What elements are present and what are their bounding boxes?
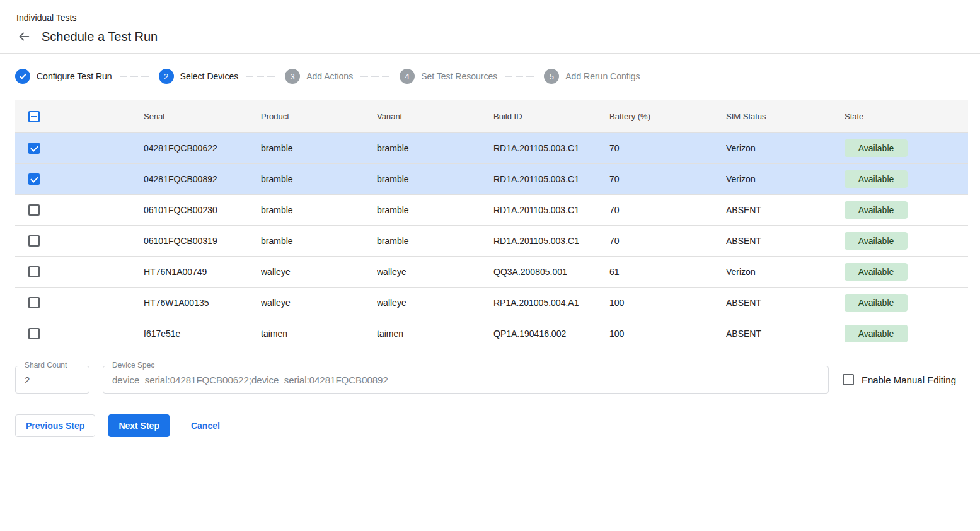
- state-badge: Available: [845, 263, 908, 281]
- state-badge: Available: [845, 294, 908, 312]
- row-checkbox[interactable]: [28, 297, 40, 308]
- cell-battery: 70: [609, 174, 726, 184]
- table-row: f617e51etaimentaimenQP1A.190416.002100AB…: [15, 318, 968, 349]
- cell-variant: bramble: [377, 174, 493, 184]
- step-connector: [360, 76, 392, 77]
- row-checkbox[interactable]: [28, 204, 40, 216]
- cell-build-id: RD1A.201105.003.C1: [493, 174, 609, 184]
- step-4-circle: 4: [400, 69, 415, 84]
- cell-serial: f617e51e: [144, 329, 261, 339]
- table-header-row: Serial Product Variant Build ID Battery …: [15, 100, 968, 133]
- device-spec-field: Device Spec: [103, 366, 829, 394]
- cell-product: walleye: [261, 298, 377, 308]
- breadcrumb: Individual Tests: [16, 13, 965, 23]
- step-connector: [505, 76, 536, 77]
- cell-state: Available: [845, 139, 968, 157]
- cell-product: taimen: [261, 329, 377, 339]
- cell-variant: walleye: [377, 298, 493, 308]
- cell-sim-status: Verizon: [726, 267, 845, 277]
- step-5-circle: 5: [544, 69, 559, 84]
- row-checkbox-cell: [15, 328, 144, 339]
- step-connector: [120, 76, 151, 77]
- row-checkbox[interactable]: [28, 235, 40, 247]
- check-icon: [20, 72, 26, 79]
- cell-state: Available: [845, 263, 968, 281]
- table-row: 04281FQCB00622bramblebrambleRD1A.201105.…: [15, 133, 968, 164]
- cell-serial: 06101FQCB00230: [144, 205, 261, 215]
- next-step-button[interactable]: Next Step: [108, 414, 170, 437]
- step-label: Set Test Resources: [421, 71, 497, 81]
- page: Individual Tests Schedule a Test Run 1 C…: [0, 0, 980, 531]
- column-header-battery: Battery (%): [609, 112, 726, 121]
- step-label: Add Rerun Configs: [565, 71, 640, 81]
- step-number: 3: [291, 72, 295, 81]
- form-row: Shard Count Device Spec Enable Manual Ed…: [15, 366, 965, 394]
- title-row: Schedule a Test Run: [15, 29, 965, 44]
- stepper: 1 Configure Test Run 2 Select Devices 3 …: [0, 69, 980, 84]
- step-3-circle: 3: [285, 69, 300, 84]
- step-set-test-resources[interactable]: 4 Set Test Resources: [400, 69, 497, 84]
- column-header-variant: Variant: [377, 112, 493, 121]
- table-row: 06101FQCB00230bramblebrambleRD1A.201105.…: [15, 195, 968, 226]
- device-spec-input[interactable]: [103, 366, 829, 394]
- enable-manual-editing-checkbox[interactable]: [843, 374, 854, 385]
- enable-manual-editing-label: Enable Manual Editing: [862, 375, 956, 385]
- cancel-button[interactable]: Cancel: [178, 414, 233, 437]
- select-all-checkbox[interactable]: [28, 111, 40, 122]
- column-header-build-id: Build ID: [493, 112, 609, 121]
- row-checkbox[interactable]: [28, 266, 40, 277]
- cell-state: Available: [845, 294, 968, 312]
- row-checkbox-cell: [15, 143, 144, 154]
- shard-count-input[interactable]: [15, 366, 89, 394]
- enable-manual-editing-toggle[interactable]: Enable Manual Editing: [843, 374, 965, 385]
- back-arrow-icon[interactable]: [16, 29, 32, 44]
- table-row: 04281FQCB00892bramblebrambleRD1A.201105.…: [15, 164, 968, 195]
- step-number: 4: [405, 72, 410, 81]
- state-badge: Available: [845, 325, 908, 342]
- step-select-devices[interactable]: 2 Select Devices: [159, 69, 239, 84]
- cell-serial: 04281FQCB00892: [144, 174, 261, 184]
- table-row: HT76N1A00749walleyewalleyeQQ3A.200805.00…: [15, 257, 968, 288]
- step-2-circle: 2: [159, 69, 174, 84]
- row-checkbox-cell: [15, 173, 144, 185]
- row-checkbox[interactable]: [28, 328, 40, 339]
- cell-battery: 100: [609, 298, 726, 308]
- column-header-serial: Serial: [144, 112, 261, 121]
- cell-product: bramble: [261, 236, 377, 246]
- device-spec-label: Device Spec: [109, 361, 158, 370]
- cell-sim-status: ABSENT: [726, 236, 845, 246]
- state-badge: Available: [845, 232, 908, 250]
- cell-battery: 61: [609, 267, 726, 277]
- previous-step-button[interactable]: Previous Step: [15, 414, 95, 437]
- shard-count-field: Shard Count: [15, 366, 89, 394]
- step-configure-test-run[interactable]: 1 Configure Test Run: [15, 69, 112, 84]
- row-checkbox[interactable]: [28, 173, 40, 185]
- cell-serial: 04281FQCB00622: [144, 143, 261, 153]
- cell-product: walleye: [261, 267, 377, 277]
- row-checkbox-cell: [15, 235, 144, 247]
- table-row: HT76W1A00135walleyewalleyeRP1A.201005.00…: [15, 288, 968, 318]
- state-badge: Available: [845, 201, 908, 219]
- step-label: Select Devices: [180, 71, 239, 81]
- step-label: Add Actions: [306, 71, 353, 81]
- step-add-actions[interactable]: 3 Add Actions: [285, 69, 353, 84]
- step-number: 2: [164, 72, 168, 81]
- step-label: Configure Test Run: [37, 71, 112, 81]
- cell-battery: 70: [609, 205, 726, 215]
- column-header-sim-status: SIM Status: [726, 112, 845, 121]
- action-buttons: Previous Step Next Step Cancel: [15, 414, 965, 437]
- cell-build-id: QP1A.190416.002: [493, 329, 609, 339]
- device-table-body: 04281FQCB00622bramblebrambleRD1A.201105.…: [15, 133, 968, 349]
- row-checkbox-cell: [15, 266, 144, 277]
- cell-product: bramble: [261, 143, 377, 153]
- cell-battery: 70: [609, 143, 726, 153]
- row-checkbox[interactable]: [28, 143, 40, 154]
- cell-build-id: QQ3A.200805.001: [493, 267, 609, 277]
- cell-serial: HT76W1A00135: [144, 298, 261, 308]
- cell-sim-status: ABSENT: [726, 329, 845, 339]
- cell-build-id: RP1A.201005.004.A1: [493, 298, 609, 308]
- step-add-rerun-configs[interactable]: 5 Add Rerun Configs: [544, 69, 640, 84]
- shard-count-label: Shard Count: [21, 361, 70, 370]
- cell-serial: 06101FQCB00319: [144, 236, 261, 246]
- cell-sim-status: Verizon: [726, 174, 845, 184]
